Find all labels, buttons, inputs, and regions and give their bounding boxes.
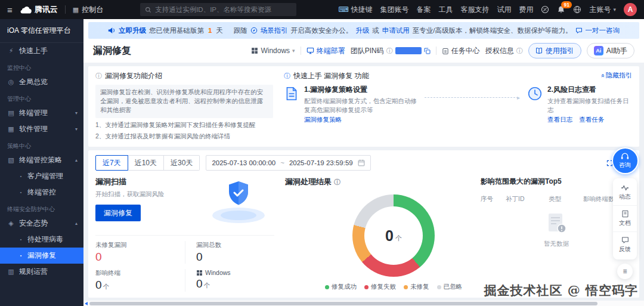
apply-trial-link[interactable]: 申请试用 bbox=[382, 26, 410, 35]
tab-last-7-days[interactable]: 近7天 bbox=[95, 155, 128, 171]
account-menu[interactable]: 主账号 ▾ bbox=[589, 5, 616, 15]
scrollbar-thumb[interactable] bbox=[89, 302, 597, 305]
sidebar-item-client-management[interactable]: ▪ 客户端管理 bbox=[0, 168, 83, 184]
legend-dot bbox=[404, 285, 408, 289]
sidebar-item-terminal-management[interactable]: ▤ 终端管理 ▾ bbox=[0, 105, 83, 121]
nav-support[interactable]: 客服支持 bbox=[460, 5, 489, 15]
feedback-button[interactable]: 反馈 bbox=[613, 232, 637, 258]
sidebar-item-quick-start[interactable]: ⚡ 快速上手 bbox=[0, 43, 83, 59]
legend-item-success[interactable]: 修复成功 bbox=[325, 283, 357, 291]
chevron-up-icon: ▴ bbox=[75, 157, 78, 163]
tab-last-30-days[interactable]: 近30天 bbox=[164, 155, 200, 171]
nav-group-account[interactable]: 集团账号 bbox=[380, 5, 408, 15]
sidebar-item-vuln-repair[interactable]: ▪ 漏洞修复 bbox=[0, 248, 83, 264]
date-separator: ~ bbox=[280, 159, 284, 166]
follow-text: 跟随 bbox=[234, 26, 247, 35]
calendar-icon bbox=[358, 159, 365, 166]
log-icon bbox=[527, 86, 543, 124]
quickstart-title: 快速上手 漏洞修复 功能 bbox=[293, 71, 369, 81]
windows-grid-icon bbox=[251, 47, 258, 54]
unfixed-value: 0 bbox=[95, 251, 102, 263]
dot-icon: ▪ bbox=[18, 190, 24, 194]
intro-point-2: 2、支持通过报表及时掌握有漏洞风险的终端详情 bbox=[95, 131, 273, 141]
sidebar-item-software-management[interactable]: ▦ 软件管理 ▾ bbox=[0, 121, 83, 137]
shortcut-link[interactable]: ⌨ 快捷键 bbox=[338, 5, 372, 15]
headset-icon bbox=[620, 152, 630, 160]
chart-title: 漏洞处理结果 bbox=[285, 177, 332, 187]
intro-section: ⓘ 漏洞修复功能介绍 漏洞修复旨在检测、识别并修复系统和应用程序中存在的安全漏洞… bbox=[88, 66, 639, 147]
copy-icon[interactable] bbox=[424, 48, 431, 54]
docs-button[interactable]: 文档 bbox=[613, 206, 637, 232]
megaphone-icon bbox=[108, 27, 116, 34]
pulse-icon bbox=[621, 184, 629, 191]
search-input[interactable] bbox=[155, 6, 292, 13]
stat-unfixed: 未修复漏洞 0 bbox=[95, 241, 185, 264]
nav-billing[interactable]: 费用 bbox=[519, 5, 533, 15]
usage-guide-button[interactable]: 使用指引 bbox=[528, 43, 581, 58]
more-tools-button[interactable]: ≡ bbox=[617, 264, 633, 279]
nav-tools[interactable]: 工具 bbox=[438, 5, 453, 15]
sidebar-item-pending-virus[interactable]: ▪ 待处理病毒 bbox=[0, 231, 83, 248]
upgrade-link[interactable]: 升级 bbox=[355, 26, 369, 35]
task-center-link[interactable]: 任务中心 bbox=[442, 46, 480, 56]
chevron-down-icon: ▾ bbox=[75, 126, 78, 132]
divider bbox=[301, 47, 301, 55]
notification-badge: 91 bbox=[561, 1, 571, 9]
hide-guide-link[interactable]: » 隐藏指引 bbox=[600, 71, 632, 80]
sidebar-item-terminal-control[interactable]: ▪ 终端管控 bbox=[0, 184, 83, 200]
one-on-one-consult-link[interactable]: 一对一咨询 bbox=[586, 26, 620, 35]
tencent-cloud-logo[interactable]: 腾讯云 bbox=[20, 4, 58, 15]
date-range-picker[interactable]: 2025-07-13 00:00:00 ~ 2025-07-19 23:59:5… bbox=[206, 155, 370, 171]
search-box[interactable] bbox=[140, 3, 296, 16]
terminal-deploy-link[interactable]: 终端部署 bbox=[306, 46, 345, 56]
dot-icon: ▪ bbox=[18, 237, 24, 242]
col-index: 序号 bbox=[481, 195, 506, 203]
quickstart-card: ⓘ 快速上手 漏洞修复 功能 » 隐藏指引 1.漏洞修复策 bbox=[284, 71, 632, 141]
col-patch-id: 补丁ID bbox=[506, 195, 549, 203]
policy-icon: ▧ bbox=[7, 156, 15, 164]
avatar[interactable]: A bbox=[624, 3, 637, 16]
vuln-fix-button[interactable]: 漏洞修复 bbox=[95, 205, 141, 221]
ai-assistant-button[interactable]: Ai AI助手 bbox=[587, 43, 634, 58]
scene-guide-link[interactable]: 场景指引 bbox=[261, 26, 288, 35]
floating-toolbar: 咨询 动态 文档 反馈 ≡ bbox=[609, 147, 641, 279]
nav-trial[interactable]: 试用 bbox=[497, 5, 511, 15]
date-end: 2025-07-19 23:59:59 bbox=[289, 159, 353, 166]
clipboard-icon bbox=[442, 47, 449, 55]
hamburger-menu-icon[interactable]: ≡ bbox=[7, 5, 13, 15]
info-icon: ⓘ bbox=[386, 47, 393, 55]
dynamics-button[interactable]: 动态 bbox=[613, 180, 637, 206]
os-filter-dropdown[interactable]: Windows ▾ bbox=[251, 47, 295, 55]
legend-item-ignored[interactable]: 已忽略 bbox=[437, 283, 463, 291]
policy-doc-icon bbox=[284, 86, 299, 124]
quickstart-step-2: 2.风险日志查看 支持查看漏洞修复扫描任务日志 查看日志 查看任务 bbox=[527, 85, 632, 124]
step-desc: 支持查看漏洞修复扫描任务日志 bbox=[547, 97, 632, 114]
monitor-icon bbox=[306, 47, 314, 54]
horizontal-scrollbar[interactable] bbox=[83, 301, 644, 306]
view-logs-link[interactable]: 查看日志 bbox=[547, 116, 572, 124]
consult-button[interactable]: 咨询 bbox=[612, 147, 639, 174]
date-start: 2025-07-13 00:00:00 bbox=[212, 159, 275, 166]
nav-icp-filing[interactable]: 备案 bbox=[416, 5, 431, 15]
scroll-left-arrow[interactable] bbox=[85, 302, 88, 305]
view-tasks-link[interactable]: 查看任务 bbox=[579, 116, 604, 124]
sidebar-item-security-posture[interactable]: ◈ 安全态势 ▴ bbox=[0, 215, 83, 231]
upgrade-now-link[interactable]: 立即升级 bbox=[119, 26, 146, 35]
legend-item-failed[interactable]: 修复失败 bbox=[364, 283, 396, 291]
date-range-tabs: 近7天 近10天 近30天 bbox=[95, 155, 200, 171]
sidebar-item-global-overview[interactable]: ◎ 全局总览 bbox=[0, 74, 83, 90]
legend-item-unfixed[interactable]: 未修复 bbox=[404, 283, 429, 291]
sidebar-item-rule-operation[interactable]: ▥ 规则运营 bbox=[0, 264, 83, 280]
tab-last-10-days[interactable]: 近10天 bbox=[128, 155, 164, 171]
filter-row: 近7天 近10天 近30天 2025-07-13 00:00:00 ~ 2025… bbox=[95, 155, 632, 171]
console-link[interactable]: ▦ 控制台 bbox=[73, 5, 103, 15]
vuln-policy-link[interactable]: 漏洞修复策略 bbox=[304, 116, 342, 124]
stat-total: 漏洞总数 0 bbox=[185, 241, 274, 264]
sidebar-item-terminal-control-policy[interactable]: ▧ 终端管控策略 ▴ bbox=[0, 152, 83, 168]
collapse-icon: » bbox=[599, 73, 606, 77]
notification-bell[interactable]: 91 bbox=[557, 5, 565, 14]
promo-icon[interactable] bbox=[541, 5, 549, 14]
license-info-link[interactable]: 授权信息 ⓘ bbox=[485, 46, 523, 56]
language-globe-icon[interactable] bbox=[573, 5, 581, 14]
pin-masked-value bbox=[395, 47, 422, 54]
